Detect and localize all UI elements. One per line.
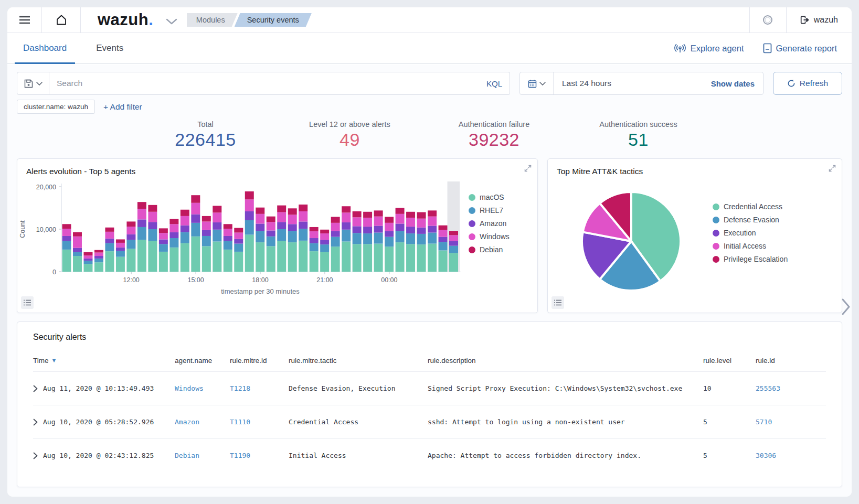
legend-item-windows[interactable]: Windows: [469, 232, 510, 241]
column-header-rule-mitre-id[interactable]: rule.mitre.id: [230, 357, 289, 364]
bar-00:30[interactable]: [396, 208, 405, 272]
kql-selector[interactable]: KQL: [480, 79, 502, 88]
alerts-evolution-bar-chart[interactable]: 010,00020,000Count12:0015:0018:0021:0000…: [17, 179, 466, 298]
bar-10:30[interactable]: [94, 250, 103, 272]
table-row[interactable]: Aug 10, 2020 @ 02:43:12.825DebianT1190In…: [33, 438, 826, 472]
table-row[interactable]: Aug 11, 2020 @ 10:13:49.493WindowsT1218D…: [33, 371, 826, 405]
bar-13:30[interactable]: [159, 228, 168, 272]
bar-16:30[interactable]: [224, 224, 232, 272]
column-header-agent-name[interactable]: agent.name: [175, 357, 230, 364]
legend-item-debian[interactable]: Debian: [469, 245, 510, 254]
bar-00:00[interactable]: [385, 217, 394, 272]
cell-rule-mitre-id[interactable]: T1218: [230, 384, 289, 392]
bar-11:30[interactable]: [116, 239, 125, 272]
bar-19:00[interactable]: [277, 206, 286, 272]
cell-rule-mitre-id[interactable]: T1190: [230, 452, 289, 459]
bar-11:00[interactable]: [105, 228, 114, 272]
bar-20:00[interactable]: [299, 205, 307, 272]
cell-agent-name[interactable]: Debian: [175, 452, 230, 459]
bar-17:00[interactable]: [234, 228, 243, 272]
bar-22:00[interactable]: [342, 206, 351, 272]
legend-toggle-button[interactable]: [552, 296, 564, 309]
bar-21:30[interactable]: [331, 217, 340, 272]
cell-agent-name[interactable]: Windows: [175, 384, 230, 392]
column-header-rule-mitre-tactic[interactable]: rule.mitre.tactic: [289, 357, 428, 364]
bar-13:00[interactable]: [148, 205, 157, 272]
breadcrumb-modules[interactable]: Modules: [187, 13, 238, 27]
bar-12:00[interactable]: [126, 221, 135, 272]
cell-rule-mitre-id[interactable]: T1110: [230, 418, 289, 426]
bar-21:00[interactable]: [320, 230, 329, 272]
bar-09:30[interactable]: [73, 232, 82, 272]
column-header-rule-level[interactable]: rule.level: [703, 357, 756, 364]
bar-23:30[interactable]: [374, 210, 383, 272]
chevron-down-icon[interactable]: [166, 18, 177, 25]
legend-item-initial-access[interactable]: Initial Access: [713, 242, 788, 250]
cell-rule-id[interactable]: 255563: [756, 384, 826, 392]
bar-01:30[interactable]: [417, 212, 426, 272]
user-menu[interactable]: wazuh: [786, 7, 852, 33]
filter-pill-cluster-name[interactable]: cluster.name: wazuh: [17, 100, 95, 114]
bar-03:00[interactable]: [449, 231, 458, 272]
bar-17:30[interactable]: [245, 191, 254, 272]
menu-button[interactable]: [7, 7, 42, 33]
health-status-button[interactable]: [749, 7, 786, 33]
bar-22:30[interactable]: [353, 211, 362, 272]
row-expand-chevron[interactable]: [33, 419, 38, 426]
show-dates-button[interactable]: Show dates: [703, 79, 763, 88]
bar-02:30[interactable]: [439, 226, 448, 272]
expand-panel-icon[interactable]: [828, 164, 836, 173]
bar-18:30[interactable]: [267, 217, 275, 272]
bar-20:30[interactable]: [310, 227, 319, 272]
add-filter-button[interactable]: + Add filter: [103, 102, 142, 112]
legend-item-execution[interactable]: Execution: [713, 229, 788, 237]
legend-dot: [469, 194, 475, 201]
bar-18:00[interactable]: [256, 208, 264, 272]
cell-rule-id[interactable]: 30306: [756, 452, 826, 459]
expand-panel-icon[interactable]: [524, 164, 532, 173]
bar-10:00[interactable]: [83, 252, 92, 272]
bar-19:30[interactable]: [288, 208, 297, 272]
legend-item-rhel7[interactable]: RHEL7: [469, 206, 510, 215]
bar-09:00[interactable]: [62, 224, 71, 272]
row-expand-chevron[interactable]: [33, 452, 38, 459]
bar-23:00[interactable]: [363, 212, 372, 272]
bar-15:30[interactable]: [202, 216, 211, 272]
table-row[interactable]: Aug 10, 2020 @ 05:28:52.926AmazonT1110Cr…: [33, 405, 826, 438]
refresh-button[interactable]: Refresh: [773, 72, 842, 95]
legend-toggle-button[interactable]: [21, 296, 34, 309]
legend-item-privilege-escalation[interactable]: Privilege Escalation: [713, 255, 788, 263]
column-header-time[interactable]: Time▼: [33, 357, 175, 364]
column-header-rule-description[interactable]: rule.description: [428, 357, 703, 364]
saved-query-button[interactable]: [17, 72, 49, 95]
explore-agent-button[interactable]: Explore agent: [674, 44, 744, 53]
legend-item-macos[interactable]: macOS: [469, 193, 510, 201]
bar-15:00[interactable]: [191, 195, 200, 272]
bar-16:00[interactable]: [213, 206, 221, 272]
legend-item-credential-access[interactable]: Credential Access: [713, 202, 788, 211]
mitre-tactics-pie-chart[interactable]: [555, 184, 713, 299]
column-header-rule-id[interactable]: rule.id: [756, 357, 826, 364]
legend-item-defense-evasion[interactable]: Defense Evasion: [713, 216, 788, 224]
row-expand-chevron[interactable]: [33, 385, 38, 392]
search-input[interactable]: [57, 79, 480, 88]
tab-events[interactable]: Events: [95, 33, 124, 63]
bar-01:00[interactable]: [406, 212, 415, 272]
bar-14:30[interactable]: [181, 210, 189, 272]
wazuh-logo[interactable]: wazuh.: [98, 10, 153, 29]
generate-report-button[interactable]: Generate report: [763, 43, 837, 53]
svg-text:12:00: 12:00: [123, 276, 140, 284]
next-panel-chevron[interactable]: [841, 298, 851, 316]
list-icon: [554, 299, 561, 306]
legend-item-amazon[interactable]: Amazon: [469, 219, 510, 228]
time-range-value[interactable]: Last 24 hours: [554, 79, 703, 88]
date-quick-select-button[interactable]: [520, 72, 554, 94]
cell-time: Aug 10, 2020 @ 02:43:12.825: [33, 452, 175, 459]
tab-dashboard[interactable]: Dashboard: [22, 33, 68, 63]
bar-14:00[interactable]: [169, 219, 178, 272]
cell-agent-name[interactable]: Amazon: [175, 418, 230, 426]
bar-12:30[interactable]: [137, 202, 146, 272]
home-button[interactable]: [42, 7, 81, 33]
bar-02:00[interactable]: [428, 210, 437, 272]
cell-rule-id[interactable]: 5710: [756, 418, 826, 426]
